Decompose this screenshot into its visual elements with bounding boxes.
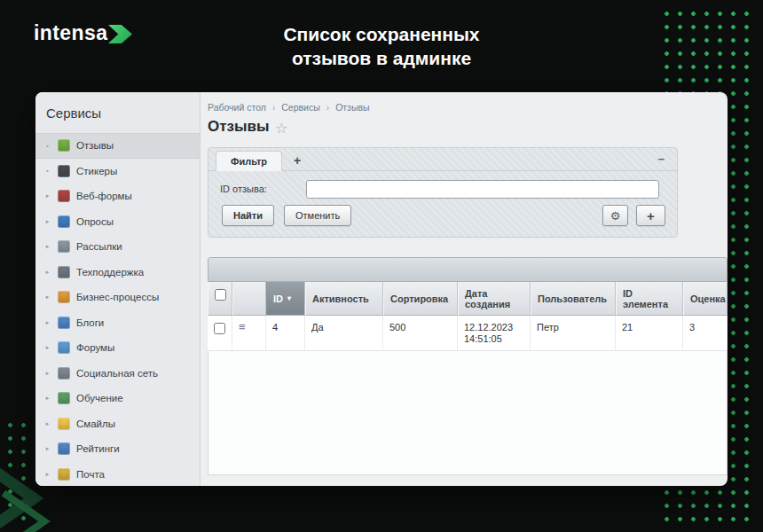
bullet-icon: ▪	[43, 143, 51, 149]
filter-panel: Фильтр + − ID отзыва: Найти Отменить ⚙ +	[208, 147, 678, 238]
chevron-right-icon: ▸	[43, 420, 51, 427]
table-row[interactable]: ≡ 4 Да 500 12.12.2023 14:51:05 Петр 21 3	[208, 316, 728, 351]
smiles-icon	[58, 418, 70, 430]
add-filter-tab[interactable]: +	[282, 151, 312, 170]
sidebar-item-label: Опросы	[76, 216, 114, 227]
column-header-date[interactable]: Дата создания	[458, 282, 531, 316]
sidebar-item-label: Бизнес-процессы	[76, 292, 159, 302]
sidebar-item-label: Форумы	[76, 342, 114, 353]
sidebar-item-forums[interactable]: ▸ Форумы	[35, 335, 200, 361]
row-menu-column-header	[232, 282, 266, 316]
sidebar-item-label: Техподдержка	[76, 267, 144, 278]
cell-element-id: 21	[616, 316, 683, 351]
cell-date: 12.12.2023 14:51:05	[458, 316, 531, 351]
table-empty-area	[208, 351, 728, 475]
sidebar: Сервисы ▪ Отзывы ▪ Стикеры ▸ Веб-формы	[35, 92, 201, 486]
sidebar-item-blogs[interactable]: ▸ Блоги	[35, 310, 200, 336]
main-content: Рабочий стол › Сервисы › Отзывы Отзывы ☆…	[201, 92, 728, 486]
sidebar-item-stickers[interactable]: ▪ Стикеры	[35, 159, 200, 184]
sidebar-item-label: Обучение	[76, 393, 123, 403]
column-header-element-id[interactable]: ID элемента	[616, 282, 683, 316]
cell-user: Петр	[531, 316, 616, 351]
cell-activity: Да	[305, 316, 383, 351]
sidebar-item-label: Почта	[76, 469, 105, 480]
column-header-id[interactable]: ID ▾	[266, 282, 305, 316]
sidebar-item-label: Рассылки	[76, 241, 122, 252]
find-button[interactable]: Найти	[222, 205, 274, 226]
mail-icon	[58, 468, 70, 481]
review-id-input[interactable]	[306, 180, 659, 199]
chevron-right-icon: ▸	[43, 395, 51, 402]
page-title: Отзывы	[208, 118, 270, 136]
sidebar-item-label: Стикеры	[76, 166, 117, 176]
sidebar-item-mail[interactable]: ▸ Почта	[35, 462, 200, 487]
chevron-right-icon: ▸	[43, 293, 51, 301]
table-toolbar	[208, 257, 728, 282]
filter-tabs: Фильтр +	[208, 148, 677, 171]
column-header-activity[interactable]: Активность	[305, 282, 383, 316]
select-all-checkbox[interactable]	[215, 289, 226, 301]
favorite-star-icon[interactable]: ☆	[275, 120, 287, 137]
column-header-user[interactable]: Пользователь	[531, 282, 616, 316]
select-all-cell	[208, 282, 232, 316]
chevron-right-icon: ▸	[43, 192, 51, 200]
webforms-icon	[58, 190, 70, 202]
sidebar-item-newsletters[interactable]: ▸ Рассылки	[35, 234, 200, 260]
breadcrumb: Рабочий стол › Сервисы › Отзывы	[208, 102, 370, 113]
chevron-right-icon: ▸	[43, 218, 51, 225]
sidebar-item-polls[interactable]: ▸ Опросы	[35, 209, 200, 235]
polls-icon	[58, 215, 70, 228]
collapse-filter-icon[interactable]: −	[657, 153, 665, 166]
sidebar-item-webforms[interactable]: ▸ Веб-формы	[35, 184, 200, 209]
newsletters-icon	[58, 240, 70, 253]
sidebar-item-social[interactable]: ▸ Социальная сеть	[35, 361, 200, 387]
sidebar-item-label: Рейтинги	[76, 443, 120, 454]
bullet-icon: ▪	[43, 168, 51, 174]
sidebar-item-label: Блоги	[76, 317, 104, 328]
row-menu-icon[interactable]: ≡	[239, 320, 246, 333]
sidebar-item-ratings[interactable]: ▸ Рейтинги	[35, 436, 200, 462]
chevron-right-icon: ›	[326, 103, 329, 113]
column-header-sort[interactable]: Сортировка	[383, 282, 458, 316]
page-heading-line1: Список сохраненных	[0, 22, 763, 46]
sidebar-item-label: Отзывы	[76, 140, 114, 151]
cell-date-value: 12.12.2023	[464, 322, 523, 333]
admin-panel: Сервисы ▪ Отзывы ▪ Стикеры ▸ Веб-формы	[35, 92, 728, 486]
app-window: intensa Список сохраненных отзывов в адм…	[0, 0, 763, 532]
learning-icon	[58, 392, 70, 404]
chevron-right-icon: ▸	[43, 319, 51, 326]
sidebar-item-label: Смайлы	[76, 419, 115, 429]
stickers-icon	[58, 165, 70, 177]
cell-time-value: 14:51:05	[464, 333, 523, 345]
row-checkbox[interactable]	[214, 323, 225, 334]
row-select-cell	[208, 316, 232, 351]
page-heading-line2: отзывов в админке	[0, 46, 763, 70]
cell-id: 4	[266, 316, 305, 351]
ratings-icon	[58, 442, 70, 455]
table-header-row: ID ▾ Активность Сортировка Дата создания…	[208, 282, 728, 316]
page-heading: Список сохраненных отзывов в админке	[0, 22, 763, 70]
tab-filter[interactable]: Фильтр	[216, 151, 282, 171]
filter-settings-button[interactable]: ⚙	[602, 205, 628, 226]
sidebar-item-smiles[interactable]: ▸ Смайлы	[35, 411, 200, 437]
sidebar-item-support[interactable]: ▸ Техподдержка	[35, 260, 200, 286]
chevron-right-icon: ▸	[43, 370, 51, 377]
gear-icon: ⚙	[610, 209, 621, 223]
cell-sort: 500	[383, 316, 458, 351]
column-header-rating[interactable]: Оценка	[683, 282, 728, 316]
breadcrumb-reviews[interactable]: Отзывы	[335, 102, 369, 113]
review-id-label: ID отзыва:	[220, 184, 267, 194]
reviews-table: ID ▾ Активность Сортировка Дата создания…	[208, 257, 728, 475]
sidebar-item-learning[interactable]: ▸ Обучение	[35, 386, 200, 411]
chevron-right-icon: ▸	[43, 471, 51, 478]
sidebar-item-bizproc[interactable]: ▸ Бизнес-процессы	[35, 285, 200, 310]
breadcrumb-services[interactable]: Сервисы	[281, 102, 320, 113]
add-filter-button[interactable]: +	[636, 205, 665, 226]
breadcrumb-desktop[interactable]: Рабочий стол	[208, 102, 266, 113]
social-icon	[58, 367, 70, 379]
forums-icon	[58, 341, 70, 354]
sidebar-item-reviews[interactable]: ▪ Отзывы	[35, 133, 200, 159]
chevron-right-icon: ▸	[43, 445, 51, 452]
cancel-button[interactable]: Отменить	[284, 205, 351, 226]
blogs-icon	[58, 317, 70, 329]
